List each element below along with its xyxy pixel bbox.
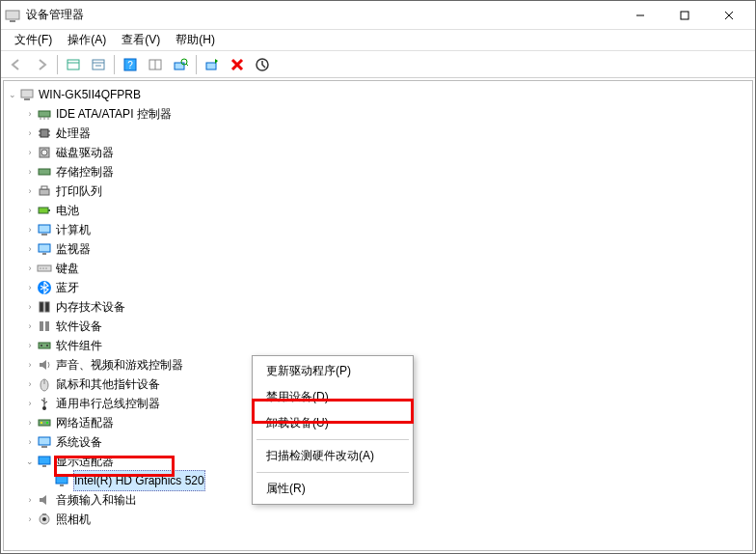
tb-properties[interactable]: [87, 53, 110, 76]
svg-rect-23: [24, 98, 30, 100]
expand-icon[interactable]: ⌄: [6, 88, 19, 101]
context-menu-item[interactable]: 禁用设备(D): [255, 384, 411, 410]
menu-view[interactable]: 查看(V): [114, 30, 168, 50]
category-label: 内存技术设备: [56, 297, 125, 317]
tree-category[interactable]: › 处理器: [6, 124, 750, 143]
tree-category[interactable]: › 存储控制器: [6, 162, 750, 181]
svg-rect-52: [45, 321, 49, 331]
maximize-button[interactable]: [662, 1, 707, 30]
back-button[interactable]: [5, 53, 28, 76]
monitor-icon: [37, 241, 52, 257]
tb-update-driver[interactable]: [201, 53, 224, 76]
category-label: 网络适配器: [56, 413, 114, 432]
category-label: 声音、视频和游戏控制器: [56, 355, 183, 374]
tree-category[interactable]: › 照相机: [6, 510, 750, 529]
titlebar: 设备管理器: [1, 1, 755, 30]
expand-icon[interactable]: ›: [23, 107, 37, 121]
svg-rect-37: [41, 186, 47, 189]
tb-help[interactable]: ?: [119, 53, 142, 76]
camera-icon: [37, 512, 52, 527]
svg-rect-60: [39, 420, 50, 426]
svg-point-55: [46, 345, 48, 346]
tree-category[interactable]: › 软件设备: [6, 317, 750, 336]
expand-icon[interactable]: ›: [23, 146, 37, 159]
expand-icon[interactable]: ›: [23, 319, 37, 333]
menu-action[interactable]: 操作(A): [60, 30, 114, 50]
expand-icon[interactable]: ⌄: [23, 455, 37, 468]
category-label: 键盘: [56, 259, 79, 278]
svg-point-54: [40, 345, 42, 346]
tree-category[interactable]: › 计算机: [6, 220, 750, 239]
tree-category[interactable]: › 磁盘驱动器: [6, 143, 750, 162]
software-icon: [37, 319, 52, 334]
expand-icon[interactable]: ›: [23, 204, 37, 217]
forward-button[interactable]: [30, 53, 53, 76]
svg-rect-35: [39, 169, 50, 175]
expand-icon[interactable]: ›: [23, 126, 37, 140]
menu-file[interactable]: 文件(F): [7, 30, 60, 50]
tb-scan[interactable]: [169, 53, 192, 76]
svg-rect-53: [39, 343, 50, 348]
expand-icon[interactable]: ›: [23, 397, 37, 410]
close-button[interactable]: [707, 1, 751, 30]
svg-rect-44: [38, 265, 51, 271]
tree-category[interactable]: › 电池: [6, 201, 750, 220]
context-menu-item[interactable]: 更新驱动程序(P): [255, 358, 411, 384]
svg-point-45: [40, 268, 41, 269]
tree-category[interactable]: › 蓝牙: [6, 278, 750, 297]
expand-icon[interactable]: ›: [23, 223, 37, 236]
svg-rect-71: [42, 513, 46, 515]
svg-rect-63: [39, 437, 50, 445]
expand-icon[interactable]: ›: [23, 339, 37, 352]
toolbar: ?: [1, 51, 755, 78]
storage-icon: [37, 164, 52, 180]
expand-icon[interactable]: ›: [23, 242, 37, 256]
display-icon: [54, 473, 69, 488]
context-menu-item[interactable]: 扫描检测硬件改动(A): [255, 443, 411, 469]
menu-help[interactable]: 帮助(H): [168, 30, 223, 50]
expand-icon[interactable]: ›: [23, 435, 37, 449]
tree-category[interactable]: › 软件组件: [6, 336, 750, 355]
tb-view-devices[interactable]: [144, 53, 167, 76]
expand-icon[interactable]: ›: [23, 262, 37, 275]
category-label: 打印队列: [56, 181, 102, 201]
svg-rect-50: [45, 302, 49, 312]
tree-category[interactable]: › IDE ATA/ATAPI 控制器: [6, 104, 750, 124]
category-label: 监视器: [56, 239, 91, 259]
context-menu-item[interactable]: 卸载设备(U): [255, 410, 411, 436]
svg-rect-66: [42, 465, 46, 467]
expand-icon[interactable]: ›: [23, 281, 37, 294]
expand-icon[interactable]: ›: [23, 493, 37, 507]
minimize-button[interactable]: [618, 1, 662, 30]
tree-category[interactable]: › 内存技术设备: [6, 297, 750, 317]
svg-rect-40: [39, 225, 50, 233]
tb-uninstall[interactable]: [226, 53, 249, 76]
category-label: 处理器: [56, 124, 91, 143]
expand-icon[interactable]: ›: [23, 358, 37, 372]
expand-icon[interactable]: ›: [23, 184, 37, 198]
tb-disable[interactable]: [251, 53, 274, 76]
expand-icon[interactable]: ›: [23, 165, 37, 179]
tree-category[interactable]: › 监视器: [6, 239, 750, 259]
svg-rect-36: [40, 189, 49, 195]
memory-icon: [37, 299, 52, 315]
disk-icon: [37, 145, 52, 160]
system-icon: [37, 434, 52, 450]
category-label: 蓝牙: [56, 278, 79, 297]
context-menu-item[interactable]: 属性(R): [255, 476, 411, 502]
bluetooth-icon: [37, 280, 52, 295]
tree-category[interactable]: › 键盘: [6, 259, 750, 278]
expand-icon[interactable]: ›: [23, 377, 37, 391]
category-label: 磁盘驱动器: [56, 143, 114, 162]
tb-show-hidden[interactable]: [62, 53, 85, 76]
tree-root[interactable]: ⌄ WIN-GK5II4QFPRB: [6, 85, 750, 104]
category-label: 音频输入和输出: [56, 490, 137, 510]
context-menu-separator: [256, 439, 409, 440]
expand-icon[interactable]: ›: [23, 512, 37, 526]
tree-category[interactable]: › 打印队列: [6, 181, 750, 201]
network-icon: [37, 415, 52, 430]
category-label: 鼠标和其他指针设备: [56, 374, 160, 394]
expand-icon[interactable]: ›: [23, 416, 37, 429]
expand-icon[interactable]: ›: [23, 300, 37, 314]
svg-line-17: [186, 64, 188, 66]
